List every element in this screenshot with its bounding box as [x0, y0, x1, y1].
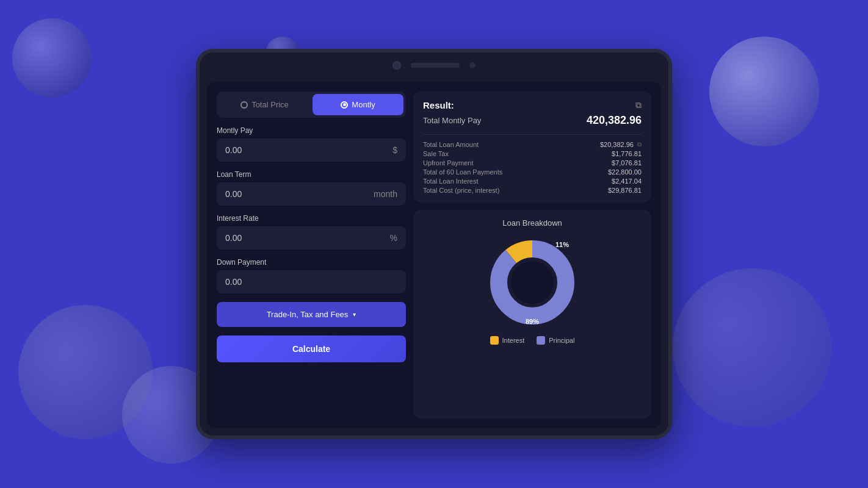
bubble-decoration-1: [12, 18, 92, 98]
legend-principal: Principal: [537, 336, 574, 345]
result-row-value: $20,382.96: [600, 141, 634, 148]
radio-total-price: [241, 101, 248, 109]
loan-term-input[interactable]: [217, 182, 374, 206]
down-payment-input-wrap: [217, 270, 406, 293]
down-payment-input[interactable]: [217, 270, 406, 293]
result-row: Total Loan Interest $2,417.04: [423, 178, 642, 185]
bubble-decoration-6: [673, 268, 831, 427]
loan-term-group: Loan Term month: [217, 170, 406, 206]
result-row: Sale Tax $1,776.81: [423, 150, 642, 157]
interest-legend-label: Interest: [502, 337, 525, 344]
interest-rate-input[interactable]: [217, 226, 390, 249]
camera-speaker: [411, 63, 460, 68]
camera-left: [392, 61, 401, 70]
donut-chart: 11% 89%: [483, 234, 581, 331]
monthly-pay-group: Montly Pay $: [217, 126, 406, 162]
result-row-right: $2,417.04: [612, 178, 642, 185]
breakdown-card: Loan Breakdown 11% 89%: [413, 210, 651, 418]
radio-monthly: [341, 101, 348, 109]
result-row-label: Sale Tax: [423, 150, 449, 157]
tab-total-price-label: Total Price: [251, 100, 289, 109]
result-row-value: $7,076.81: [612, 159, 642, 167]
loan-term-suffix: month: [374, 189, 406, 199]
result-row-right: $1,776.81: [612, 150, 642, 157]
trade-in-label: Trade-In, Tax and Fees: [267, 310, 349, 319]
chevron-down-icon: ▾: [353, 311, 356, 318]
result-total-label: Total Montly Pay: [423, 116, 481, 125]
interest-rate-input-wrap: %: [217, 226, 406, 249]
calculate-button[interactable]: Calculate: [217, 336, 406, 362]
result-row-label: Total of 60 Loan Payments: [423, 168, 502, 176]
principal-color-dot: [537, 336, 545, 345]
result-row-right: $7,076.81: [612, 159, 642, 167]
principal-pct-label: 89%: [526, 318, 539, 325]
interest-pct-label: 11%: [555, 241, 569, 248]
interest-rate-group: Interest Rate %: [217, 214, 406, 249]
tablet-device: Total Price Montly Montly Pay $ Loan Ter…: [196, 49, 672, 439]
result-row-label: Total Cost (price, interest): [423, 187, 499, 194]
monthly-pay-input[interactable]: [217, 138, 392, 162]
svg-point-2: [511, 261, 554, 304]
interest-rate-suffix: %: [390, 233, 406, 243]
legend-interest: Interest: [490, 336, 525, 345]
result-divider: [423, 134, 642, 135]
right-panel: Result: ⧉ Total Montly Pay 420,382.96 To…: [413, 92, 651, 418]
copy-row-icon[interactable]: ⧉: [637, 141, 642, 148]
result-title: Result:: [423, 100, 454, 110]
loan-term-input-wrap: month: [217, 182, 406, 206]
tab-monthly[interactable]: Montly: [313, 94, 403, 115]
tablet-screen: Total Price Montly Montly Pay $ Loan Ter…: [207, 82, 661, 428]
chart-legend: Interest Principal: [490, 336, 575, 345]
result-row-right: $29,876.81: [608, 187, 642, 194]
result-header: Result: ⧉: [423, 100, 642, 110]
donut-svg: [483, 234, 581, 331]
result-row: Total Loan Amount $20,382.96 ⧉: [423, 141, 642, 148]
result-row: Upfront Payment $7,076.81: [423, 159, 642, 167]
result-row-label: Total Loan Amount: [423, 141, 479, 148]
camera-right: [469, 62, 476, 68]
tablet-camera-row: [392, 61, 476, 70]
interest-color-dot: [490, 336, 499, 345]
bubble-decoration-3: [709, 37, 819, 146]
result-total-row: Total Montly Pay 420,382.96: [423, 114, 642, 127]
breakdown-title: Loan Breakdown: [423, 218, 642, 228]
result-row-label: Total Loan Interest: [423, 178, 479, 185]
tab-monthly-label: Montly: [352, 100, 375, 109]
calculate-label: Calculate: [292, 344, 330, 354]
chart-area: 11% 89% Interest Principal: [423, 234, 642, 345]
copy-all-icon[interactable]: ⧉: [635, 100, 642, 110]
result-row-value: $2,417.04: [612, 178, 642, 185]
down-payment-group: Down Payment: [217, 258, 406, 293]
tab-total-price[interactable]: Total Price: [219, 94, 310, 115]
result-total-value: 420,382.96: [587, 114, 642, 127]
monthly-pay-input-wrap: $: [217, 138, 406, 162]
result-rows: Total Loan Amount $20,382.96 ⧉ Sale Tax …: [423, 141, 642, 194]
result-row: Total of 60 Loan Payments $22,800.00: [423, 168, 642, 176]
result-row-value: $1,776.81: [612, 150, 642, 157]
result-row-value: $29,876.81: [608, 187, 642, 194]
interest-rate-label: Interest Rate: [217, 214, 406, 223]
result-row-right: $22,800.00: [608, 168, 642, 176]
result-row-label: Upfront Payment: [423, 159, 474, 167]
result-card: Result: ⧉ Total Montly Pay 420,382.96 To…: [413, 92, 651, 203]
tab-row: Total Price Montly: [217, 92, 406, 118]
down-payment-label: Down Payment: [217, 258, 406, 267]
result-row-right: $20,382.96 ⧉: [600, 141, 642, 148]
monthly-pay-label: Montly Pay: [217, 126, 406, 135]
result-row-value: $22,800.00: [608, 168, 642, 176]
result-row: Total Cost (price, interest) $29,876.81: [423, 187, 642, 194]
loan-term-label: Loan Term: [217, 170, 406, 179]
left-panel: Total Price Montly Montly Pay $ Loan Ter…: [217, 92, 406, 418]
trade-in-button[interactable]: Trade-In, Tax and Fees ▾: [217, 302, 406, 327]
monthly-pay-suffix: $: [392, 145, 406, 155]
principal-legend-label: Principal: [549, 337, 574, 344]
